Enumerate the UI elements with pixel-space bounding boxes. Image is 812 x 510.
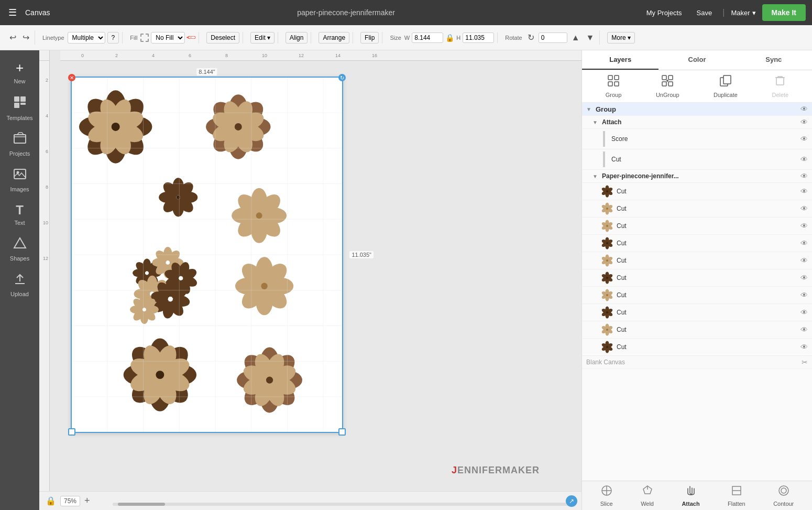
- layer-group-row[interactable]: ▼ Group 👁: [582, 103, 812, 116]
- sidebar-item-shapes[interactable]: Shapes: [0, 231, 39, 267]
- cut4-eye[interactable]: 👁: [800, 222, 808, 230]
- layer-blank-canvas-row[interactable]: Blank Canvas ✂: [582, 356, 812, 369]
- cut1-eye[interactable]: 👁: [800, 155, 808, 164]
- layer-cut7-row[interactable]: Cut 👁: [582, 269, 812, 287]
- layer-cut5-row[interactable]: Cut 👁: [582, 235, 812, 252]
- rotate-down-button[interactable]: ▼: [584, 31, 596, 45]
- cut5-eye[interactable]: 👁: [800, 239, 808, 247]
- redo-button[interactable]: ↪: [20, 30, 31, 45]
- align-button[interactable]: Align: [286, 32, 308, 44]
- rotate-input[interactable]: [539, 32, 567, 43]
- watermark-j: J: [452, 465, 457, 475]
- layer-cut4-row[interactable]: Cut 👁: [582, 218, 812, 235]
- dimension-width-label: 8.144": [196, 68, 217, 75]
- save-button[interactable]: Save: [693, 7, 717, 19]
- fill-select[interactable]: No Fill: [151, 32, 185, 44]
- tab-layers[interactable]: Layers: [582, 50, 659, 70]
- svg-rect-208: [668, 75, 673, 80]
- cut6-eye[interactable]: 👁: [800, 256, 808, 265]
- tab-sync[interactable]: Sync: [736, 50, 812, 70]
- cut7-eye[interactable]: 👁: [800, 274, 808, 282]
- projects-icon: [13, 132, 27, 148]
- duplicate-button[interactable]: Duplicate: [714, 74, 738, 98]
- height-input[interactable]: [463, 32, 494, 43]
- cut4-flower-icon: [601, 220, 613, 232]
- cut10-eye[interactable]: 👁: [800, 325, 808, 334]
- weld-button[interactable]: Weld: [641, 484, 654, 507]
- layer-cut8-row[interactable]: Cut 👁: [582, 287, 812, 304]
- layer-cut9-row[interactable]: Cut 👁: [582, 304, 812, 321]
- ruler-mark-2: 2: [115, 53, 118, 58]
- svg-rect-4: [14, 135, 26, 143]
- sidebar-item-upload[interactable]: Upload: [0, 267, 39, 302]
- sidebar-item-projects[interactable]: Projects: [0, 126, 39, 162]
- svg-point-278: [606, 329, 608, 331]
- flip-button[interactable]: Flip: [360, 32, 379, 44]
- svg-point-229: [606, 208, 608, 210]
- canvas-area[interactable]: 0 2 4 6 8 10 12 14 16 2 4 6 8 10 12: [39, 50, 581, 510]
- sidebar-item-text[interactable]: T Text: [0, 198, 39, 231]
- make-it-button[interactable]: Make It: [762, 4, 806, 21]
- cut11-eye[interactable]: 👁: [800, 343, 808, 351]
- contour-button[interactable]: Contour: [773, 484, 794, 507]
- main-layout: + New Templates Proje: [0, 50, 812, 510]
- zoom-plus-button[interactable]: +: [84, 495, 90, 506]
- deselect-button[interactable]: Deselect: [206, 32, 239, 44]
- layer-cut3-row[interactable]: Cut 👁: [582, 200, 812, 218]
- layer-score-row[interactable]: Score 👁: [582, 129, 812, 149]
- delete-button[interactable]: Delete: [772, 74, 788, 98]
- layer-cut11-row[interactable]: Cut 👁: [582, 339, 812, 356]
- svg-point-60: [112, 123, 120, 131]
- pinecone-eye[interactable]: 👁: [800, 172, 808, 180]
- ungroup-button[interactable]: UnGroup: [656, 74, 679, 98]
- sidebar-item-images[interactable]: Images: [0, 162, 39, 198]
- sidebar-item-templates[interactable]: Templates: [0, 90, 39, 126]
- svg-point-264: [606, 294, 608, 296]
- sidebar-item-new[interactable]: + New: [0, 55, 39, 90]
- cut2-type: Cut: [617, 188, 797, 195]
- flowers-svg: [71, 77, 343, 432]
- layer-attach-row[interactable]: ▼ Attach 👁: [582, 116, 812, 129]
- my-projects-button[interactable]: My Projects: [642, 7, 686, 19]
- layer-pinecone-row[interactable]: ▼ Paper-pinecone-jennifer... 👁: [582, 170, 812, 183]
- canvas-content[interactable]: ✕ ↻ 8.144" 11.035" JENNIFERMAKER: [50, 61, 581, 500]
- flatten-button[interactable]: Flatten: [728, 484, 745, 507]
- group-eye[interactable]: 👁: [800, 105, 808, 113]
- svg-rect-209: [662, 82, 666, 86]
- scroll-right-button[interactable]: ↗: [566, 495, 577, 507]
- attach-eye[interactable]: 👁: [800, 118, 808, 126]
- cut3-eye[interactable]: 👁: [800, 204, 808, 213]
- slice-button[interactable]: Slice: [600, 484, 613, 507]
- score-eye[interactable]: 👁: [800, 135, 808, 143]
- layer-cut10-row[interactable]: Cut 👁: [582, 321, 812, 339]
- fill-label: Fill: [130, 35, 137, 41]
- menu-icon[interactable]: ☰: [6, 5, 19, 20]
- score-name: Score: [611, 135, 797, 143]
- cut8-eye[interactable]: 👁: [800, 291, 808, 299]
- linetype-help-button[interactable]: ?: [107, 32, 119, 44]
- layer-cut6-row[interactable]: Cut 👁: [582, 252, 812, 269]
- cut2-eye[interactable]: 👁: [800, 187, 808, 196]
- rotate-label: Rotate: [505, 35, 522, 41]
- cut2-flower-icon: [601, 185, 613, 198]
- deselect-group: Deselect: [203, 32, 243, 44]
- cut9-eye[interactable]: 👁: [800, 308, 808, 317]
- canvas-white: [71, 77, 343, 433]
- fill-selector[interactable]: No Fill 🖊: [140, 32, 195, 44]
- arrange-button[interactable]: Arrange: [319, 32, 349, 44]
- layer-cut2-row[interactable]: Cut 👁: [582, 183, 812, 200]
- width-input[interactable]: [412, 32, 443, 43]
- maker-selector[interactable]: Maker ▾: [731, 9, 755, 17]
- layer-cut1-row[interactable]: Cut 👁: [582, 149, 812, 170]
- edit-button[interactable]: Edit ▾: [250, 32, 275, 44]
- horizontal-scrollbar[interactable]: [113, 503, 571, 506]
- linetype-select[interactable]: Multiple: [68, 32, 105, 44]
- svg-point-222: [606, 190, 608, 192]
- tab-color[interactable]: Color: [659, 50, 735, 70]
- more-button[interactable]: More ▾: [607, 32, 635, 44]
- rotate-up-button[interactable]: ▲: [569, 31, 582, 45]
- undo-button[interactable]: ↩: [7, 30, 18, 45]
- attach-button[interactable]: Attach: [682, 484, 699, 507]
- attach-icon: [685, 484, 697, 500]
- group-button[interactable]: Group: [606, 74, 622, 98]
